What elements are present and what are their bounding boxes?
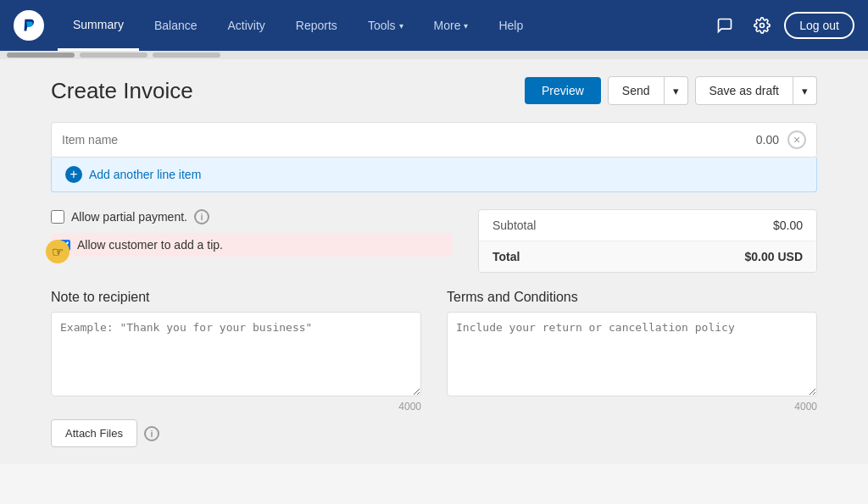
send-button-group: Send ▾	[608, 76, 688, 105]
subtotal-label: Subtotal	[492, 219, 536, 232]
chat-button[interactable]	[709, 10, 740, 41]
total-row: Total $0.00 USD	[479, 241, 816, 272]
nav-balance[interactable]: Balance	[139, 0, 213, 51]
send-button[interactable]: Send	[608, 76, 665, 105]
page-header: Create Invoice Preview Send ▾ Save as dr…	[51, 76, 817, 105]
partial-info-icon[interactable]: i	[194, 209, 209, 224]
navbar: Summary Balance Activity Reports Tools ▾…	[0, 0, 868, 51]
terms-label: Terms and Conditions	[447, 290, 817, 305]
terms-textarea[interactable]	[447, 312, 817, 396]
allow-tip-label: Allow customer to add a tip.	[77, 238, 223, 252]
attach-section: Attach Files i	[51, 416, 817, 447]
note-textarea[interactable]	[51, 312, 421, 396]
plus-icon: +	[65, 166, 82, 183]
textarea-row: Note to recipient 4000 Terms and Conditi…	[51, 290, 817, 413]
page-content: Create Invoice Preview Send ▾ Save as dr…	[0, 59, 868, 464]
item-amount: 0.00	[756, 133, 779, 147]
logout-button[interactable]: Log out	[784, 12, 854, 39]
total-label: Total	[492, 250, 520, 263]
scroll-tab-1	[7, 53, 75, 58]
remove-item-button[interactable]: ×	[787, 130, 806, 149]
draft-chevron-icon: ▾	[802, 85, 808, 97]
add-line-item-button[interactable]: + Add another line item	[51, 158, 817, 192]
svg-point-0	[760, 24, 765, 28]
subtotal-row: Subtotal $0.00	[479, 210, 816, 241]
nav-help[interactable]: Help	[483, 0, 538, 51]
tools-chevron-icon: ▾	[399, 21, 403, 30]
scroll-tabs	[0, 51, 868, 59]
cursor-pointer-icon: ☞	[46, 240, 70, 263]
page-title: Create Invoice	[51, 78, 193, 104]
total-value: $0.00 USD	[745, 250, 803, 263]
left-col: Allow partial payment. i Allow customer …	[51, 209, 478, 273]
totals-section: Subtotal $0.00 Total $0.00 USD	[478, 209, 817, 273]
item-name-input[interactable]	[62, 133, 756, 147]
allow-partial-checkbox[interactable]	[51, 210, 64, 224]
subtotal-value: $0.00	[773, 219, 803, 232]
nav-reports[interactable]: Reports	[281, 0, 353, 51]
add-line-item-label: Add another line item	[89, 168, 201, 181]
note-label: Note to recipient	[51, 290, 421, 305]
paypal-logo[interactable]	[14, 10, 44, 41]
item-row: 0.00 ×	[51, 122, 817, 158]
scroll-tab-2	[80, 53, 147, 58]
scroll-tab-3	[153, 53, 220, 58]
note-section: Note to recipient 4000	[51, 290, 421, 413]
two-col-section: Allow partial payment. i Allow customer …	[51, 209, 817, 273]
more-chevron-icon: ▾	[464, 21, 468, 30]
save-draft-chevron-button[interactable]: ▾	[793, 76, 817, 105]
nav-tools[interactable]: Tools ▾	[353, 0, 419, 51]
attach-info-icon[interactable]: i	[144, 426, 159, 441]
preview-button[interactable]: Preview	[525, 77, 601, 104]
save-draft-button[interactable]: Save as draft	[695, 76, 794, 105]
nav-summary[interactable]: Summary	[58, 0, 139, 51]
header-actions: Preview Send ▾ Save as draft ▾	[525, 76, 817, 105]
save-draft-button-group: Save as draft ▾	[695, 76, 818, 105]
nav-activity[interactable]: Activity	[213, 0, 281, 51]
close-icon: ×	[793, 133, 800, 147]
send-chevron-button[interactable]: ▾	[665, 76, 688, 105]
totals-table: Subtotal $0.00 Total $0.00 USD	[478, 209, 817, 273]
allow-partial-label: Allow partial payment.	[71, 210, 187, 224]
note-char-count: 4000	[51, 401, 421, 413]
nav-more[interactable]: More ▾	[419, 0, 484, 51]
terms-section: Terms and Conditions 4000	[447, 290, 817, 413]
partial-payment-row: Allow partial payment. i	[51, 209, 453, 224]
settings-button[interactable]	[747, 10, 777, 41]
terms-char-count: 4000	[447, 401, 817, 413]
allow-tip-container: Allow customer to add a tip. ☞	[51, 233, 453, 257]
nav-links: Summary Balance Activity Reports Tools ▾…	[58, 0, 709, 51]
attach-files-button[interactable]: Attach Files	[51, 419, 137, 447]
navbar-right: Log out	[709, 10, 854, 41]
send-chevron-icon: ▾	[673, 85, 679, 97]
